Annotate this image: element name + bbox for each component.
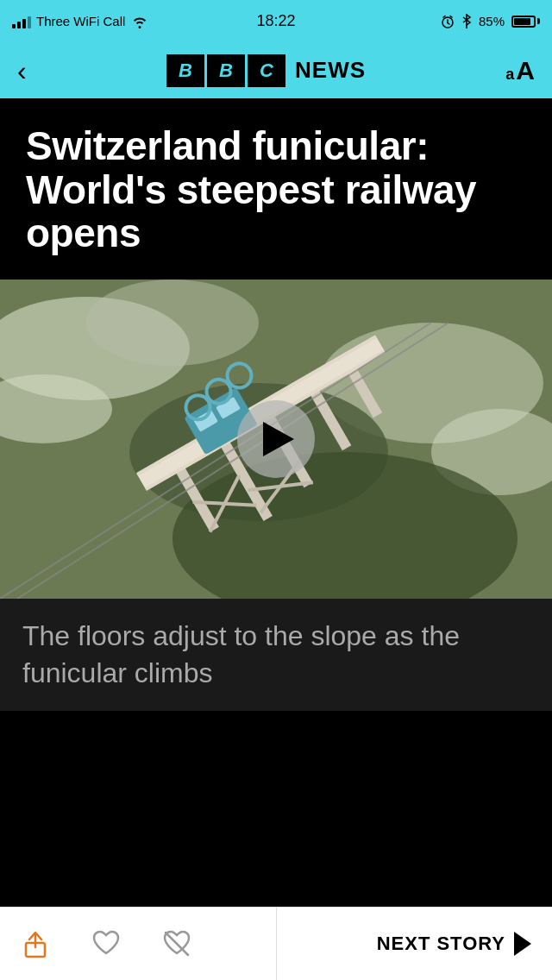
- status-right: 85%: [441, 14, 540, 29]
- svg-line-3: [443, 16, 445, 17]
- signal-icon: [12, 15, 31, 28]
- video-section[interactable]: [0, 280, 552, 599]
- headline-section: Switzerland funicular: World's steepest …: [0, 98, 552, 280]
- share-icon: [17, 926, 53, 962]
- next-arrow-icon: [514, 932, 531, 956]
- play-icon: [263, 422, 294, 456]
- like-button[interactable]: [88, 926, 124, 962]
- font-large-icon: A: [516, 56, 535, 85]
- bbc-b1: B: [166, 54, 204, 87]
- font-small-icon: a: [505, 66, 514, 84]
- next-story-label: NEXT STORY: [377, 933, 505, 955]
- heart-broken-icon: [159, 926, 195, 962]
- svg-line-2: [448, 22, 449, 24]
- wifi-icon: [130, 15, 149, 28]
- bbc-b2: B: [207, 54, 245, 87]
- dislike-button[interactable]: [159, 926, 195, 962]
- caption-section: The floors adjust to the slope as the fu…: [0, 599, 552, 711]
- bluetooth-icon: [461, 14, 472, 29]
- video-caption: The floors adjust to the slope as the fu…: [22, 618, 530, 692]
- time-display: 18:22: [256, 12, 295, 30]
- carrier-text: Three WiFi Call: [36, 14, 125, 28]
- bbc-logo[interactable]: B B C NEWS: [166, 54, 366, 87]
- status-left: Three WiFi Call: [12, 14, 149, 28]
- bbc-c: C: [248, 54, 285, 87]
- svg-point-9: [86, 280, 259, 366]
- heart-icon: [88, 926, 124, 962]
- status-bar: Three WiFi Call 18:22 85%: [0, 0, 552, 42]
- battery-percent: 85%: [479, 14, 505, 28]
- back-button[interactable]: ‹: [17, 57, 27, 85]
- action-buttons: [0, 926, 276, 962]
- next-story-button[interactable]: NEXT STORY: [276, 908, 552, 980]
- alarm-icon: [441, 15, 455, 28]
- play-button[interactable]: [237, 400, 315, 478]
- font-size-button[interactable]: a A: [505, 56, 535, 85]
- bbc-news-text: NEWS: [288, 57, 366, 84]
- bottom-bar: NEXT STORY: [0, 907, 552, 980]
- nav-bar: ‹ B B C NEWS a A: [0, 42, 552, 98]
- svg-line-4: [450, 16, 452, 17]
- battery-icon: [511, 16, 540, 28]
- article-title: Switzerland funicular: World's steepest …: [26, 124, 526, 255]
- share-button[interactable]: [17, 926, 53, 962]
